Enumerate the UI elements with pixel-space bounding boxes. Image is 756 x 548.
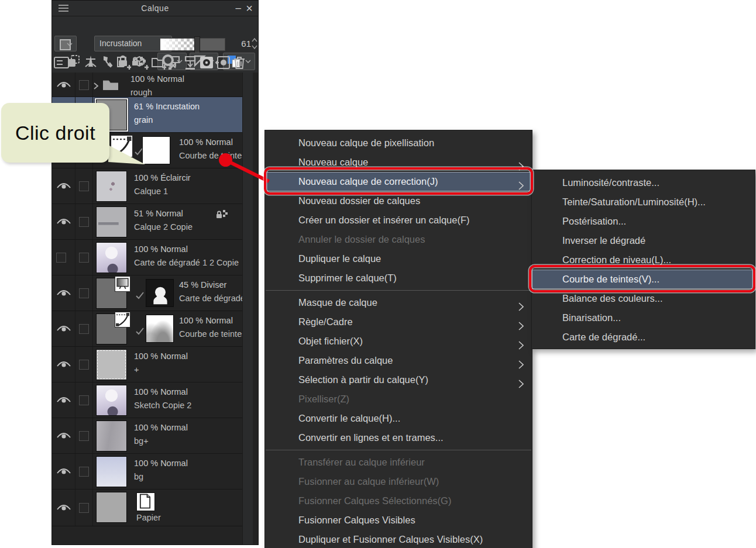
checkbox-cell[interactable] <box>75 490 93 526</box>
delete-layer-icon[interactable] <box>233 56 247 70</box>
minimize-button[interactable]: – <box>236 2 240 15</box>
layer-row-item[interactable]: 100 % Normal+ <box>52 347 244 382</box>
opacity-slider[interactable] <box>160 38 225 51</box>
layer-row-papier[interactable]: Papier <box>52 490 244 526</box>
transfer-to-lower-icon[interactable] <box>167 56 181 70</box>
menu-item-fusionner-calques-visibles[interactable]: Fusionner Calques Visibles <box>265 511 532 530</box>
menu-item-regle-cadre[interactable]: Règle/Cadre <box>265 312 532 332</box>
layer-thumbnail[interactable] <box>96 171 127 202</box>
menu-item-carte-de-degrade[interactable]: Carte de dégradé... <box>532 328 755 347</box>
layer-checkbox[interactable] <box>79 431 89 441</box>
eye-icon[interactable] <box>56 288 71 298</box>
visibility-cell[interactable] <box>52 240 75 275</box>
layer-checkbox[interactable] <box>79 80 89 90</box>
layer-row-courbe-de-teintes-1[interactable]: 100 % NormalCourbe de teintes 1 <box>52 311 244 347</box>
menu-item-convertir-le-calque-h[interactable]: Convertir le calque(H)... <box>265 409 532 428</box>
create-mask-icon[interactable] <box>200 56 214 70</box>
layer-checkbox[interactable] <box>79 324 89 334</box>
layer-mask-thumbnail[interactable] <box>146 315 174 343</box>
checkbox-cell[interactable] <box>75 240 93 275</box>
menu-item-nouveau-dossier-de-calques[interactable]: Nouveau dossier de calques <box>265 191 532 211</box>
visibility-cell[interactable] <box>52 275 75 311</box>
menu-item-teinte-saturation-luminosite-h[interactable]: Teinte/Saturation/Luminosité(H)... <box>532 192 755 212</box>
layer-row-carte-de-degrade-1[interactable]: 45 % DiviserCarte de dégradé 1 <box>52 275 244 311</box>
menu-item-dupliquer-le-calque[interactable]: Dupliquer le calque <box>265 249 532 268</box>
menu-item-nouveau-calque[interactable]: Nouveau calque <box>265 153 532 172</box>
layer-list-scrollbar[interactable] <box>242 73 258 544</box>
menu-item-binarisation[interactable]: Binarisation... <box>532 308 755 328</box>
visibility-cell[interactable] <box>52 311 75 346</box>
opacity-slider-handle[interactable] <box>194 36 200 54</box>
layer-row-calque-1[interactable]: 100 % ÉclaircirCalque 1 <box>52 168 244 204</box>
layer-thumbnail[interactable] <box>96 456 127 487</box>
thumbnail-size-dropdown[interactable] <box>54 36 77 51</box>
layer-checkbox[interactable] <box>79 288 89 298</box>
layer-checkbox[interactable] <box>79 395 89 405</box>
layer-thumbnail[interactable] <box>96 385 127 416</box>
eye-icon[interactable] <box>56 217 71 226</box>
close-button[interactable]: × <box>246 2 253 15</box>
checkbox-cell[interactable] <box>75 454 93 489</box>
menu-item-selection-a-partir-du-calque-y[interactable]: Sélection à partir du calque(Y) <box>265 370 532 390</box>
checkbox-cell[interactable] <box>75 275 93 311</box>
menu-item-objet-fichier-x[interactable]: Objet fichier(X) <box>265 332 532 351</box>
layer-checkbox[interactable] <box>79 503 89 513</box>
checkbox-cell[interactable] <box>75 204 93 239</box>
visibility-cell[interactable] <box>52 204 75 239</box>
visibility-cell[interactable] <box>52 347 75 382</box>
eye-icon[interactable] <box>56 395 71 405</box>
menu-item-masque-de-calque[interactable]: Masque de calque <box>265 293 532 312</box>
visibility-cell[interactable] <box>52 418 75 453</box>
visibility-cell[interactable] <box>52 73 75 96</box>
apply-mask-icon[interactable] <box>215 56 229 70</box>
checkbox-cell[interactable] <box>75 347 93 382</box>
visibility-cell[interactable] <box>52 490 75 526</box>
menu-item-nouveau-calque-de-correction-j[interactable]: Nouveau calque de correction(J) <box>265 172 532 191</box>
menu-item-creer-un-dossier-et-inserer-un-calque-f[interactable]: Créer un dossier et insérer un calque(F) <box>265 211 532 230</box>
menu-item-posterisation[interactable]: Postérisation... <box>532 212 755 231</box>
new-raster-layer-icon[interactable] <box>116 56 130 70</box>
checkbox-cell[interactable] <box>75 382 93 418</box>
menu-item-convertir-en-lignes-et-en-trames[interactable]: Convertir en lignes et en trames... <box>265 428 532 447</box>
layer-mask-thumbnail[interactable] <box>146 279 174 307</box>
checkbox-cell[interactable] <box>75 418 93 453</box>
palette-options-icon[interactable] <box>54 56 70 70</box>
new-vector-layer-icon[interactable] <box>133 56 147 70</box>
eye-icon[interactable] <box>56 431 71 440</box>
layer-checkbox[interactable] <box>79 253 89 263</box>
visibility-cell[interactable] <box>52 382 75 418</box>
menu-item-parametres-du-calque[interactable]: Paramètres du calque <box>265 351 532 370</box>
layer-thumbnail[interactable] <box>96 242 127 273</box>
visibility-cell[interactable] <box>52 168 75 204</box>
layer-row-carte-de-degrade-1-2-copie[interactable]: 100 % NormalCarte de dégradé 1 2 Copie <box>52 240 244 275</box>
layer-thumbnail[interactable] <box>96 492 127 523</box>
menu-item-luminosite-contraste[interactable]: Luminosité/contraste... <box>532 173 755 192</box>
expand-arrow-icon[interactable] <box>93 81 99 88</box>
merge-to-lower-icon[interactable] <box>183 56 197 70</box>
checkbox-cell[interactable] <box>75 168 93 204</box>
layer-row-sketch-copie-2[interactable]: 100 % NormalSketch Copie 2 <box>52 382 244 418</box>
menu-item-nouveau-calque-de-pixellisation[interactable]: Nouveau calque de pixellisation <box>265 133 532 153</box>
eye-icon[interactable] <box>56 80 71 89</box>
menu-item-balance-des-couleurs[interactable]: Balance des couleurs... <box>532 289 755 308</box>
layer-checkbox[interactable] <box>79 360 89 370</box>
checkbox-cell[interactable] <box>75 73 93 96</box>
eye-icon[interactable] <box>56 181 71 191</box>
visibility-cell[interactable] <box>52 454 75 489</box>
layer-checkbox[interactable] <box>79 217 89 227</box>
menu-item-inverser-le-degrade[interactable]: Inverser le dégradé <box>532 231 755 250</box>
eye-icon[interactable] <box>56 467 71 476</box>
eye-icon[interactable] <box>56 360 71 369</box>
layer-row-bg[interactable]: 100 % Normalbg <box>52 454 244 490</box>
layer-row-rough[interactable]: 100 % Normalrough <box>52 73 244 97</box>
layer-thumbnail[interactable] <box>96 349 127 380</box>
menu-item-dupliquer-et-fusionner-calques-visibles-x[interactable]: Dupliquer et Fusionner Calques Visibles(… <box>265 530 532 548</box>
layer-checkbox[interactable] <box>79 467 89 477</box>
layer-row-bg[interactable]: 100 % Normalbg+ <box>52 418 244 454</box>
layer-checkbox[interactable] <box>79 181 89 191</box>
menu-item-courbe-de-teintes-v[interactable]: Courbe de teintes(V)... <box>532 270 755 289</box>
hidden-visibility-box[interactable] <box>56 253 66 263</box>
opacity-spinner[interactable] <box>251 36 258 51</box>
new-folder-icon[interactable] <box>151 56 165 70</box>
checkbox-cell[interactable] <box>75 311 93 346</box>
